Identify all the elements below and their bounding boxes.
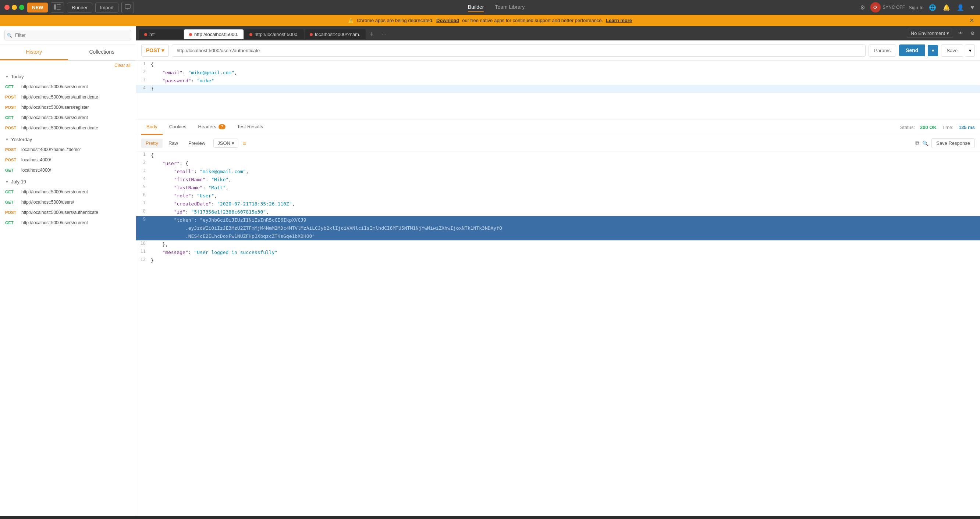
request-url: localhost:4000/ (21, 168, 51, 173)
history-item[interactable]: GET http://localhost:5000/users/current (0, 187, 136, 197)
banner-close-button[interactable]: ✕ (969, 17, 974, 24)
request-tab-4[interactable]: localhost:4000/?nam. (305, 29, 366, 39)
clear-all-button[interactable]: Clear all (0, 61, 136, 70)
new-button[interactable]: NEW (27, 3, 48, 13)
runner-button[interactable]: Runner (67, 3, 92, 13)
sidebar-toggle-button[interactable] (51, 2, 64, 13)
send-dropdown-button[interactable]: ▾ (928, 45, 938, 56)
env-dropdown[interactable]: No Environment ▾ (907, 29, 953, 38)
new-tab-button[interactable] (121, 2, 134, 13)
request-tab-mf[interactable]: mf (139, 29, 183, 39)
nav-center: Builder Team Library (137, 3, 856, 12)
code-line: 2 "email": "mike@gmail.com", (136, 69, 980, 77)
sync-status[interactable]: ⟳ SYNC OFF (870, 2, 905, 13)
filter-icon[interactable]: ≡ (243, 140, 246, 147)
method-label: GET (5, 116, 18, 120)
raw-tab[interactable]: Raw (164, 138, 183, 148)
more-tabs-button[interactable]: ··· (378, 29, 390, 40)
response-status: Status: 200 OK Time: 125 ms (900, 125, 975, 130)
response-line: 8 "id": "5f17356e1f2386c607815e30", (136, 208, 980, 216)
params-button[interactable]: Params (869, 44, 896, 57)
history-group-today[interactable]: ▼ Today (0, 70, 136, 82)
minimize-button[interactable] (12, 5, 17, 10)
tab-dot (310, 33, 313, 36)
search-icon[interactable]: 🔍 (922, 140, 929, 146)
history-tab[interactable]: History (0, 44, 68, 60)
line-number: 11 (136, 248, 151, 254)
builder-tab[interactable]: Builder (468, 3, 484, 12)
history-item[interactable]: GET http://localhost:5000/users/ (0, 197, 136, 207)
code-content: } (151, 257, 980, 265)
maximize-button[interactable] (19, 5, 24, 10)
test-results-tab[interactable]: Test Results (232, 119, 269, 135)
sync-icon: ⟳ (870, 2, 881, 13)
preview-tab[interactable]: Preview (184, 138, 210, 148)
history-group-july19[interactable]: ▼ July 19 (0, 175, 136, 187)
save-response-button[interactable]: Save Response (931, 138, 975, 148)
download-link[interactable]: Download (436, 17, 459, 23)
collections-tab[interactable]: Collections (68, 44, 136, 60)
chevron-down-icon: ▼ (5, 180, 9, 184)
gear-icon[interactable]: ⚙ (968, 29, 977, 38)
save-button[interactable]: Save (941, 44, 963, 57)
code-content: } (151, 85, 980, 93)
method-selector[interactable]: POST ▾ (141, 44, 169, 57)
url-input[interactable] (172, 44, 865, 57)
environment-selector: No Environment ▾ 👁 ⚙ (907, 29, 977, 40)
line-number: 2 (136, 160, 151, 165)
history-item[interactable]: GET http://localhost:5000/users/current (0, 217, 136, 228)
heart-icon[interactable]: ♥ (969, 3, 976, 12)
line-number: 6 (136, 192, 151, 197)
request-url: http://localhost:5000/users/authenticate (21, 125, 98, 130)
history-item[interactable]: POST localhost:4000/ (0, 155, 136, 165)
request-url: localhost:4000/?name="demo" (21, 147, 81, 152)
line-number: 7 (136, 200, 151, 205)
copy-icon[interactable]: ⧉ (915, 140, 919, 147)
team-library-tab[interactable]: Team Library (495, 3, 525, 12)
code-line: 1 { (136, 61, 980, 69)
response-line: 3 "email": "mike@gmail.com", (136, 168, 980, 176)
import-button[interactable]: Import (95, 3, 118, 13)
body-tab[interactable]: Body (141, 119, 162, 135)
sidebar: History Collections Clear all ▼ Today GE… (0, 26, 136, 516)
response-line: 1 { (136, 151, 980, 160)
time-value: 125 ms (959, 125, 975, 130)
history-item[interactable]: POST http://localhost:5000/users/registe… (0, 102, 136, 113)
pretty-tab[interactable]: Pretty (141, 138, 162, 148)
format-selector[interactable]: JSON ▾ (213, 138, 239, 148)
status-label: Status: (900, 125, 915, 130)
cookies-tab[interactable]: Cookies (164, 119, 192, 135)
bell-icon[interactable]: 🔔 (941, 3, 952, 13)
request-tab-3[interactable]: http://localhost:5000, (244, 29, 304, 39)
search-input[interactable] (5, 30, 131, 40)
sign-in-button[interactable]: Sign In (908, 5, 923, 10)
history-group-yesterday[interactable]: ▼ Yesterday (0, 133, 136, 144)
eye-icon[interactable]: 👁 (956, 29, 965, 38)
svg-rect-3 (57, 9, 61, 10)
history-item[interactable]: GET http://localhost:5000/users/current (0, 82, 136, 92)
code-line: 3 "password": "mike" (136, 77, 980, 85)
history-item[interactable]: POST localhost:4000/?name="demo" (0, 144, 136, 155)
settings-icon[interactable]: ⚙ (859, 3, 867, 13)
headers-tab[interactable]: Headers 7 (193, 119, 231, 135)
method-label: POST (5, 95, 18, 99)
globe-icon[interactable]: 🌐 (928, 3, 938, 13)
chevron-down-icon: ▾ (947, 30, 949, 36)
request-url: localhost:4000/ (21, 157, 51, 162)
history-item[interactable]: GET localhost:4000/ (0, 165, 136, 175)
history-item[interactable]: GET http://localhost:5000/users/current (0, 113, 136, 123)
banner-text: Chrome apps are being deprecated. (357, 17, 433, 23)
method-label: POST (5, 210, 18, 215)
send-button[interactable]: Send (899, 44, 925, 56)
save-dropdown-button[interactable]: ▾ (966, 44, 975, 57)
history-item[interactable]: POST http://localhost:5000/users/authent… (0, 92, 136, 102)
user-icon[interactable]: 👤 (955, 3, 966, 13)
close-button[interactable] (5, 5, 10, 10)
learn-more-link[interactable]: Learn more (606, 17, 632, 23)
request-tab-active[interactable]: http://localhost:5000. (184, 29, 243, 39)
history-item[interactable]: POST http://localhost:5000/users/authent… (0, 207, 136, 217)
code-content: "message": "User logged in successfully" (151, 248, 980, 257)
history-item[interactable]: POST http://localhost:5000/users/authent… (0, 123, 136, 133)
add-tab-button[interactable]: + (366, 28, 378, 40)
request-url: http://localhost:5000/users/current (21, 189, 88, 194)
